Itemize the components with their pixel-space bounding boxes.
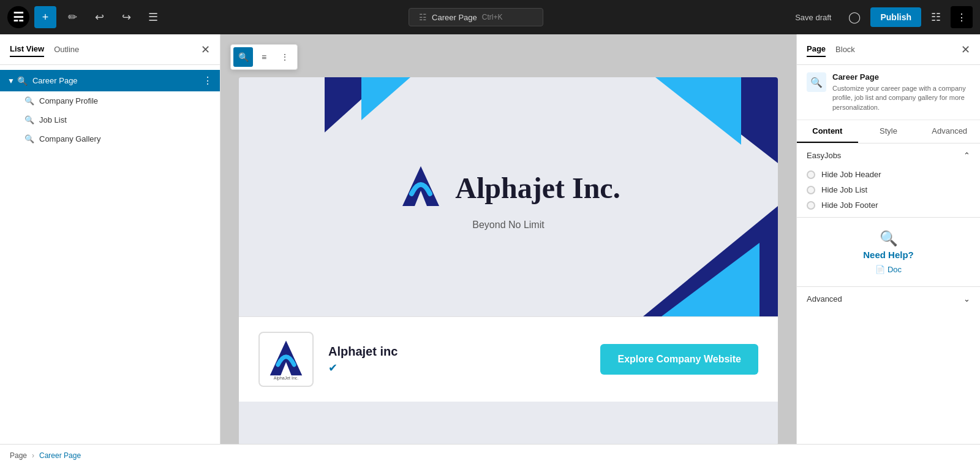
hero-company-name: Alphajet Inc. — [455, 171, 620, 205]
company-name-text: Alphajet inc — [328, 345, 586, 359]
settings-button[interactable]: ☷ — [926, 7, 946, 28]
company-profile-label: Company Profile — [39, 96, 98, 105]
right-tabs: Page Block — [807, 42, 855, 57]
tree-child-job-list[interactable]: 🔍 Job List — [0, 110, 220, 129]
toggle-row-hide-header: Hide Job Header — [807, 170, 970, 179]
hide-list-label: Hide Job List — [821, 185, 867, 194]
right-sidebar-header: Page Block ✕ — [797, 34, 980, 65]
advanced-header[interactable]: Advanced ⌄ — [807, 294, 970, 304]
job-list-label: Job List — [39, 115, 67, 124]
canvas-tool-search[interactable]: 🔍 — [233, 47, 253, 67]
add-block-button[interactable]: + — [34, 6, 56, 28]
company-logo-small: AlphaJet Inc. — [265, 338, 307, 381]
shape-top-left-blue — [361, 77, 410, 120]
hero-logo: Alphajet Inc. — [396, 163, 620, 212]
topbar: ☴ + ✏ ↩ ↪ ☰ ☷ Career Page Ctrl+K Save dr… — [0, 0, 980, 34]
explore-company-button[interactable]: Explore Company Website — [600, 344, 758, 375]
profile-section: AlphaJet Inc. Alphajet inc ✔ Explore Com… — [239, 316, 778, 402]
toggle-row-hide-footer: Hide Job Footer — [807, 201, 970, 210]
advanced-label: Advanced — [807, 294, 842, 304]
chevron-icon: ▼ — [7, 77, 15, 85]
toggle-hide-list[interactable] — [807, 186, 815, 194]
panel-tabs: Content Style Advanced — [797, 120, 980, 143]
block-type-icon: 🔍 — [807, 72, 826, 92]
toggle-hide-footer[interactable] — [807, 201, 815, 210]
more-options-icon[interactable]: ⋮ — [203, 75, 213, 86]
redo-button[interactable]: ↪ — [115, 6, 137, 28]
panel-tab-style[interactable]: Style — [858, 120, 919, 143]
toggle-row-hide-list: Hide Job List — [807, 185, 970, 194]
hero-logo-svg — [396, 163, 445, 212]
breadcrumb-current[interactable]: Career Page — [39, 451, 81, 460]
advanced-expand-icon: ⌄ — [963, 294, 970, 304]
doc-label: Doc — [888, 265, 902, 274]
publish-button[interactable]: Publish — [870, 7, 921, 27]
doc-link[interactable]: 📄 Doc — [807, 265, 970, 274]
svg-text:AlphaJet Inc.: AlphaJet Inc. — [274, 376, 299, 381]
hide-footer-label: Hide Job Footer — [821, 201, 878, 210]
tree-root-career-page[interactable]: ▼ 🔍 Career Page ⋮ — [0, 70, 220, 91]
shape-bottom-right-blue — [662, 243, 760, 316]
close-right-sidebar-button[interactable]: ✕ — [961, 43, 970, 56]
hero-tagline: Beyond No Limit — [472, 220, 544, 231]
save-draft-button[interactable]: Save draft — [788, 9, 839, 26]
breadcrumb-page[interactable]: Page — [10, 451, 27, 460]
verified-badge-icon: ✔ — [328, 361, 586, 375]
bottom-bar: Page › Career Page — [0, 444, 980, 466]
sidebar-header: List View Outline ✕ — [0, 34, 220, 65]
easyjobs-collapse-icon: ⌃ — [963, 151, 970, 160]
advanced-section: Advanced ⌄ — [797, 287, 980, 311]
tab-page[interactable]: Page — [807, 42, 826, 57]
hero-section: Alphajet Inc. Beyond No Limit — [239, 77, 778, 316]
options-button[interactable]: ⋮ — [951, 6, 973, 28]
left-sidebar: List View Outline ✕ ▼ 🔍 Career Page ⋮ 🔍 … — [0, 34, 221, 444]
tab-block[interactable]: Block — [835, 42, 855, 57]
page-title-bar[interactable]: ☷ Career Page Ctrl+K — [409, 8, 543, 26]
company-info: Alphajet inc ✔ — [328, 345, 586, 375]
need-help-title: Need Help? — [807, 250, 970, 260]
canvas-area[interactable]: 🔍 ≡ ⋮ — [221, 34, 796, 444]
job-list-icon: 🔍 — [24, 115, 34, 124]
canvas-toolbar: 🔍 ≡ ⋮ — [230, 44, 298, 70]
canvas-content: Alphajet Inc. Beyond No Limit AlphaJet I… — [239, 77, 778, 444]
right-sidebar: Page Block ✕ 🔍 Career Page Customize you… — [796, 34, 980, 444]
block-description: Customize your career page with a compan… — [832, 84, 970, 112]
topbar-right: Save draft ◯ Publish ☷ ⋮ — [788, 6, 973, 28]
need-help-icon: 🔍 — [807, 230, 970, 247]
preview-button[interactable]: ◯ — [843, 7, 865, 28]
undo-button[interactable]: ↩ — [88, 6, 110, 28]
hero-content: Alphajet Inc. Beyond No Limit — [396, 163, 620, 231]
panel-tab-advanced[interactable]: Advanced — [919, 120, 980, 143]
block-title: Career Page — [832, 72, 970, 82]
career-page-icon: 🔍 — [17, 76, 28, 86]
block-info: 🔍 Career Page Customize your career page… — [797, 65, 980, 120]
sidebar-tabs: List View Outline — [10, 42, 79, 57]
canvas-tool-more[interactable]: ⋮ — [275, 47, 295, 67]
company-gallery-icon: 🔍 — [24, 134, 34, 143]
company-logo-box: AlphaJet Inc. — [258, 332, 314, 387]
canvas-tool-align[interactable]: ≡ — [254, 47, 274, 67]
company-gallery-label: Company Gallery — [39, 134, 100, 143]
topbar-center: ☷ Career Page Ctrl+K — [169, 8, 783, 26]
doc-icon: 📄 — [875, 265, 885, 274]
tab-outline[interactable]: Outline — [54, 42, 79, 57]
shape-top-right-blue — [655, 77, 741, 145]
keyboard-shortcut: Ctrl+K — [482, 13, 503, 21]
tree-child-company-profile[interactable]: 🔍 Company Profile — [0, 91, 220, 110]
edit-mode-button[interactable]: ✏ — [61, 6, 83, 28]
page-title-text: Career Page — [432, 13, 477, 22]
close-sidebar-button[interactable]: ✕ — [201, 43, 210, 56]
easyjobs-header[interactable]: EasyJobs ⌃ — [797, 143, 980, 167]
block-details: Career Page Customize your career page w… — [832, 72, 970, 112]
hide-header-label: Hide Job Header — [821, 170, 881, 179]
panel-tab-content[interactable]: Content — [797, 120, 858, 143]
breadcrumb-separator: › — [32, 451, 34, 460]
tree-child-company-gallery[interactable]: 🔍 Company Gallery — [0, 129, 220, 148]
toggle-options: Hide Job Header Hide Job List Hide Job F… — [797, 167, 980, 217]
toggle-hide-header[interactable] — [807, 170, 815, 179]
list-view-button[interactable]: ☰ — [142, 6, 164, 28]
main-layout: List View Outline ✕ ▼ 🔍 Career Page ⋮ 🔍 … — [0, 34, 980, 444]
tab-list-view[interactable]: List View — [10, 42, 44, 57]
tree-root-label: Career Page — [32, 76, 203, 85]
wp-logo-icon[interactable]: ☴ — [7, 6, 29, 28]
